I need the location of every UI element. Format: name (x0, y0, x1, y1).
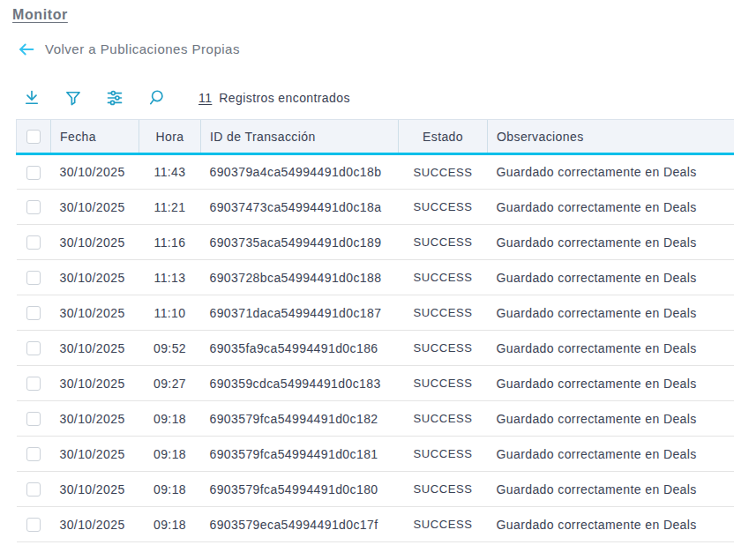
table-row: 30/10/2025 11:16 6903735aca54994491d0c18… (17, 225, 734, 260)
cell-observaciones: Guardado correctamente en Deals (488, 154, 734, 190)
column-header-hora: Hora (139, 120, 201, 154)
table-row: 30/10/2025 11:13 6903728bca54994491d0c18… (17, 260, 734, 295)
cell-observaciones: Guardado correctamente en Deals (488, 401, 734, 437)
cell-fecha: 30/10/2025 (51, 295, 139, 331)
table-row: 30/10/2025 09:18 6903579eca54994491d0c17… (17, 507, 734, 542)
row-checkbox[interactable] (26, 200, 41, 214)
back-arrow-icon (18, 42, 34, 56)
results-label: Registros encontrados (219, 91, 349, 105)
cell-observaciones: Guardado correctamente en Deals (488, 190, 734, 225)
cell-transaction-id: 6903728bca54994491d0c188 (201, 260, 399, 295)
download-icon (23, 89, 41, 107)
search-button[interactable] (146, 88, 166, 108)
column-header-transaction-id: ID de Transacción (201, 120, 399, 154)
records-table: Fecha Hora ID de Transacción Estado Obse… (16, 119, 734, 542)
row-checkbox[interactable] (26, 166, 41, 180)
cell-transaction-id: 690371daca54994491d0c187 (201, 295, 399, 331)
row-checkbox[interactable] (26, 271, 41, 285)
cell-hora: 09:52 (139, 331, 201, 366)
cell-fecha: 30/10/2025 (51, 260, 139, 295)
cell-hora: 11:16 (139, 225, 201, 260)
cell-transaction-id: 69037473ca54994491d0c18a (201, 190, 399, 225)
cell-estado: SUCCESS (399, 401, 488, 437)
cell-transaction-id: 6903579fca54994491d0c181 (201, 437, 399, 472)
cell-fecha: 30/10/2025 (51, 154, 139, 190)
row-checkbox[interactable] (26, 341, 41, 355)
cell-hora: 11:10 (139, 295, 201, 331)
cell-fecha: 30/10/2025 (51, 507, 139, 542)
records-table-wrap: Fecha Hora ID de Transacción Estado Obse… (16, 119, 734, 542)
cell-observaciones: Guardado correctamente en Deals (488, 331, 734, 366)
cell-transaction-id: 690359cdca54994491d0c183 (201, 366, 399, 401)
cell-hora: 11:43 (139, 154, 201, 190)
cell-estado: SUCCESS (399, 295, 488, 331)
row-checkbox-cell (17, 401, 51, 437)
cell-estado: SUCCESS (399, 154, 488, 190)
row-checkbox[interactable] (26, 482, 41, 497)
cell-hora: 09:18 (139, 507, 201, 542)
cell-hora: 11:21 (139, 190, 201, 225)
cell-hora: 09:18 (139, 437, 201, 472)
cell-transaction-id: 6903579fca54994491d0c182 (201, 401, 399, 437)
cell-estado: SUCCESS (399, 366, 488, 401)
results-summary: 11 Registros encontrados (198, 91, 350, 105)
cell-observaciones: Guardado correctamente en Deals (488, 295, 734, 331)
row-checkbox[interactable] (26, 377, 41, 391)
cell-observaciones: Guardado correctamente en Deals (488, 366, 734, 401)
results-count: 11 (198, 91, 212, 105)
cell-estado: SUCCESS (399, 190, 488, 225)
cell-transaction-id: 6903579eca54994491d0c17f (201, 507, 399, 542)
cell-transaction-id: 6903735aca54994491d0c189 (201, 225, 399, 260)
cell-estado: SUCCESS (399, 225, 488, 260)
cell-fecha: 30/10/2025 (51, 225, 139, 260)
download-button[interactable] (22, 88, 41, 108)
table-row: 30/10/2025 11:43 690379a4ca54994491d0c18… (17, 154, 734, 190)
row-checkbox-cell (17, 154, 51, 190)
row-checkbox-cell (17, 507, 51, 542)
row-checkbox[interactable] (26, 447, 41, 461)
select-all-checkbox[interactable] (26, 130, 41, 144)
row-checkbox-cell (17, 472, 51, 507)
cell-observaciones: Guardado correctamente en Deals (488, 472, 734, 507)
filter-icon (64, 89, 82, 107)
filter-button[interactable] (64, 88, 83, 108)
cell-estado: SUCCESS (399, 331, 488, 366)
cell-fecha: 30/10/2025 (51, 366, 139, 401)
table-row: 30/10/2025 11:10 690371daca54994491d0c18… (17, 295, 734, 331)
table-row: 30/10/2025 11:21 69037473ca54994491d0c18… (17, 190, 734, 225)
row-checkbox[interactable] (26, 518, 41, 532)
row-checkbox-cell (17, 366, 51, 401)
back-link[interactable]: Volver a Publicaciones Propias (18, 41, 734, 56)
table-row: 30/10/2025 09:18 6903579fca54994491d0c18… (17, 437, 734, 472)
cell-fecha: 30/10/2025 (51, 331, 139, 366)
cell-fecha: 30/10/2025 (51, 472, 139, 507)
cell-transaction-id: 6903579fca54994491d0c180 (201, 472, 399, 507)
sliders-button[interactable] (105, 88, 124, 108)
row-checkbox[interactable] (26, 306, 41, 320)
table-row: 30/10/2025 09:18 6903579fca54994491d0c18… (17, 472, 734, 507)
select-all-cell (17, 120, 51, 154)
row-checkbox[interactable] (26, 412, 41, 426)
search-icon (147, 89, 165, 107)
cell-transaction-id: 690379a4ca54994491d0c18b (201, 154, 399, 190)
row-checkbox[interactable] (26, 235, 41, 250)
cell-observaciones: Guardado correctamente en Deals (488, 507, 734, 542)
cell-transaction-id: 69035fa9ca54994491d0c186 (201, 331, 399, 366)
cell-estado: SUCCESS (399, 260, 488, 295)
cell-fecha: 30/10/2025 (51, 437, 139, 472)
cell-observaciones: Guardado correctamente en Deals (488, 437, 734, 472)
row-checkbox-cell (17, 225, 51, 260)
cell-estado: SUCCESS (399, 472, 488, 507)
cell-fecha: 30/10/2025 (51, 190, 139, 225)
cell-estado: SUCCESS (399, 507, 488, 542)
cell-estado: SUCCESS (399, 437, 488, 472)
row-checkbox-cell (17, 190, 51, 225)
cell-fecha: 30/10/2025 (51, 401, 139, 437)
table-header-row: Fecha Hora ID de Transacción Estado Obse… (17, 120, 734, 154)
table-row: 30/10/2025 09:18 6903579fca54994491d0c18… (17, 401, 734, 437)
cell-hora: 09:27 (139, 366, 201, 401)
column-header-observaciones: Observaciones (488, 120, 734, 154)
cell-observaciones: Guardado correctamente en Deals (488, 260, 734, 295)
row-checkbox-cell (17, 437, 51, 472)
cell-hora: 09:18 (139, 401, 201, 437)
